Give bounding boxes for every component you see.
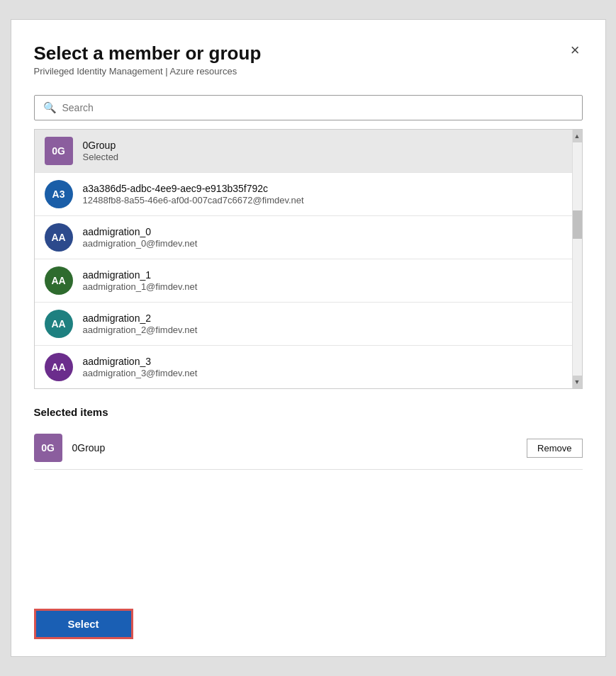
item-secondary: aadmigration_0@fimdev.net: [83, 238, 198, 249]
select-button[interactable]: Select: [34, 609, 133, 639]
remove-button[interactable]: Remove: [527, 439, 582, 458]
avatar: A3: [45, 180, 73, 208]
dialog-title-group: Select a member or group Privileged Iden…: [34, 43, 262, 77]
list-item[interactable]: AA aadmigration_3 aadmigration_3@fimdev.…: [35, 346, 572, 388]
footer: Select: [34, 595, 583, 656]
item-secondary: aadmigration_2@fimdev.net: [83, 325, 198, 335]
avatar: AA: [45, 266, 73, 295]
search-icon: 🔍: [43, 101, 57, 114]
dialog-header: Select a member or group Privileged Iden…: [34, 43, 583, 77]
selected-items-section: Selected items 0G 0Group Remove: [34, 406, 583, 470]
avatar: AA: [45, 353, 73, 381]
selected-item-name: 0Group: [72, 442, 527, 454]
item-text: aadmigration_0 aadmigration_0@fimdev.net: [83, 226, 198, 249]
list-item[interactable]: AA aadmigration_0 aadmigration_0@fimdev.…: [35, 216, 572, 259]
list-container: 0G 0Group Selected A3 a3a386d5-adbc-4ee9…: [34, 129, 583, 389]
item-secondary: 12488fb8-8a55-46e6-af0d-007cad7c6672@fim…: [83, 195, 304, 205]
selected-items-list: 0G 0Group Remove: [34, 427, 583, 470]
item-name: aadmigration_3: [83, 356, 198, 367]
list-item[interactable]: AA aadmigration_2 aadmigration_2@fimdev.…: [35, 303, 572, 346]
item-name: aadmigration_0: [83, 226, 198, 237]
search-box: 🔍: [34, 95, 583, 120]
item-text: aadmigration_2 aadmigration_2@fimdev.net: [83, 312, 198, 335]
list-item[interactable]: A3 a3a386d5-adbc-4ee9-aec9-e913b35f792c …: [35, 173, 572, 216]
item-text: a3a386d5-adbc-4ee9-aec9-e913b35f792c 124…: [83, 183, 304, 205]
avatar: AA: [45, 310, 73, 338]
avatar: AA: [45, 223, 73, 252]
item-name: 0Group: [83, 140, 119, 151]
item-secondary: Selected: [83, 152, 119, 162]
item-text: aadmigration_1 aadmigration_1@fimdev.net: [83, 269, 198, 292]
item-name: aadmigration_2: [83, 312, 198, 324]
item-text: aadmigration_3 aadmigration_3@fimdev.net: [83, 356, 198, 378]
scroll-thumb[interactable]: [573, 210, 582, 239]
scroll-down-button[interactable]: ▼: [573, 376, 582, 388]
close-button[interactable]: ×: [568, 43, 583, 58]
search-input[interactable]: [62, 102, 573, 113]
dialog-subtitle: Privileged Identity Management | Azure r…: [34, 66, 262, 77]
dialog-title: Select a member or group: [34, 43, 262, 64]
item-secondary: aadmigration_3@fimdev.net: [83, 368, 198, 378]
list-items: 0G 0Group Selected A3 a3a386d5-adbc-4ee9…: [35, 130, 572, 388]
dialog: Select a member or group Privileged Iden…: [11, 19, 606, 657]
list-item[interactable]: 0G 0Group Selected: [35, 130, 572, 173]
scroll-up-button[interactable]: ▲: [573, 130, 582, 142]
selected-items-title: Selected items: [34, 406, 583, 418]
avatar: 0G: [45, 137, 73, 165]
selected-item-row: 0G 0Group Remove: [34, 427, 583, 470]
item-name: aadmigration_1: [83, 269, 198, 281]
item-secondary: aadmigration_1@fimdev.net: [83, 281, 198, 292]
scrollbar: ▲ ▼: [572, 130, 582, 388]
item-name: a3a386d5-adbc-4ee9-aec9-e913b35f792c: [83, 183, 304, 194]
selected-avatar: 0G: [34, 434, 62, 462]
list-item[interactable]: AA aadmigration_1 aadmigration_1@fimdev.…: [35, 259, 572, 303]
item-text: 0Group Selected: [83, 140, 119, 162]
